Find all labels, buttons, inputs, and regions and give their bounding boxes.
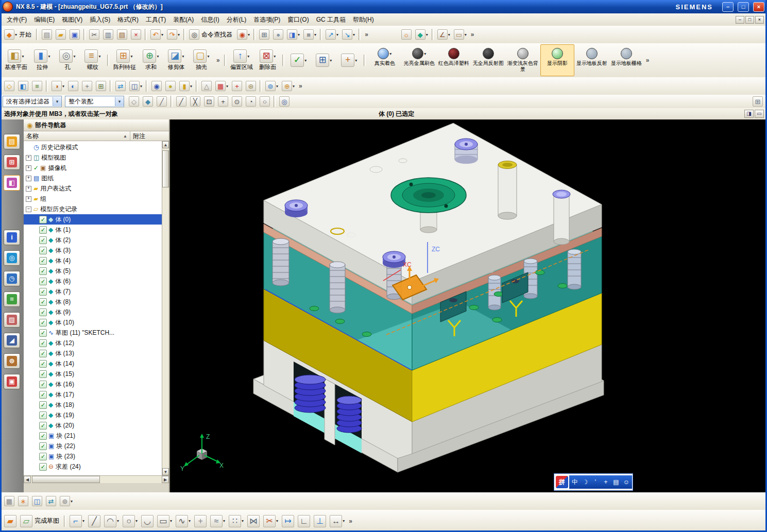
checkbox-checked-icon[interactable]: ✓	[39, 267, 47, 275]
section-view-button[interactable]: ◫▾	[128, 79, 144, 93]
ime-lang-icon[interactable]: 中	[571, 478, 578, 487]
dropdown-arrow-icon[interactable]: ▾	[343, 519, 345, 523]
resource-touch-mode-button[interactable]: ▣	[4, 374, 20, 389]
window-layout-button[interactable]: ⊞	[258, 28, 271, 41]
resource-web-browser-button[interactable]: ◎	[4, 250, 20, 266]
toolbar-overflow-button[interactable]: »	[347, 518, 354, 525]
checkbox-checked-icon[interactable]: ✓	[39, 432, 47, 440]
line-button[interactable]: ╱	[87, 513, 102, 529]
dropdown-arrow-icon[interactable]: ▾	[247, 54, 249, 59]
tree-item[interactable]: ✓◆体 (14)	[24, 358, 162, 369]
chevron-down-icon[interactable]: ▾	[115, 97, 124, 106]
offset-curve-button[interactable]: ≈▾	[209, 513, 227, 529]
show-shadow-button[interactable]: 显示阴影	[540, 44, 574, 76]
true-shading-button[interactable]: ▾真实着色	[368, 44, 402, 76]
maximize-button[interactable]: □	[738, 2, 749, 12]
copy-button[interactable]: ▥	[101, 28, 115, 41]
make-corner-button[interactable]: ∟	[296, 513, 312, 529]
collapse-icon[interactable]: −	[26, 207, 31, 212]
dropdown-arrow-icon[interactable]: ▾	[71, 499, 73, 504]
chevron-down-icon[interactable]: ▾	[53, 97, 61, 106]
tree-item[interactable]: ✓◆体 (17)	[24, 389, 162, 400]
snap-quadrant-button[interactable]: ◔	[244, 95, 258, 108]
resource-part-navigator-button[interactable]: ◧	[4, 175, 20, 191]
checkbox-checked-icon[interactable]: ✓	[39, 216, 47, 224]
resource-roles-button[interactable]: ⊚	[4, 353, 20, 369]
tree-item[interactable]: ◷历史记录模式	[24, 142, 162, 152]
expand-icon[interactable]: +	[26, 196, 31, 202]
minimize-button[interactable]: –	[722, 2, 734, 12]
ime-softkeyboard-icon[interactable]: ▤	[612, 478, 620, 486]
unite-button[interactable]: ⊕▾求和	[139, 45, 163, 76]
analysis-display-button[interactable]: ◆▾	[414, 28, 430, 41]
tree-item[interactable]: ✓◆体 (6)	[24, 276, 162, 286]
toolbar-overflow-button[interactable]: »	[469, 31, 476, 38]
redo-button[interactable]: ↷▾	[165, 28, 181, 41]
studio-spline-button[interactable]: ∿▾	[174, 513, 192, 529]
tree-item[interactable]: ✓◆体 (20)	[24, 420, 162, 431]
dropdown-arrow-icon[interactable]: ▾	[190, 84, 192, 89]
snap-existing-point-button[interactable]: ○	[258, 95, 271, 108]
resource-assembly-navigator-button[interactable]: ▤	[4, 134, 20, 149]
offset-region-button[interactable]: ↑▾偏置区域	[228, 45, 255, 76]
horizontal-scrollbar[interactable]: ◀ ▶	[24, 475, 169, 483]
tree-item[interactable]: ✓◆体 (16)	[24, 379, 162, 389]
dropdown-arrow-icon[interactable]: ▾	[82, 519, 84, 523]
show-hide-button[interactable]: ◐	[66, 79, 80, 93]
mdi-close-button[interactable]: ×	[755, 16, 764, 24]
checkbox-checked-icon[interactable]: ✓	[39, 411, 47, 419]
menu-insert[interactable]: 插入(S)	[86, 14, 114, 25]
red-datum-button[interactable]: ▦▾	[214, 79, 230, 93]
checkbox-checked-icon[interactable]: ✓	[39, 401, 47, 409]
expand-icon[interactable]: +	[26, 165, 31, 171]
datum-plane-button[interactable]: ◧▾基准平面	[3, 45, 29, 76]
dropdown-arrow-icon[interactable]: ▾	[98, 54, 100, 59]
checkbox-checked-icon[interactable]: ✓	[39, 257, 47, 265]
checkbox-checked-icon[interactable]: ✓	[39, 319, 47, 327]
tree-item[interactable]: ✓◆体 (12)	[24, 338, 162, 348]
dimension-button[interactable]: ↔▾	[328, 513, 346, 529]
tree-item[interactable]: ✓◆体 (13)	[24, 348, 162, 358]
dropdown-arrow-icon[interactable]: ▾	[117, 519, 119, 523]
show-view-button[interactable]: ↗▾	[324, 28, 340, 41]
menu-assemblies[interactable]: 装配(A)	[169, 14, 197, 25]
resource-history-button[interactable]: ◷	[4, 271, 20, 286]
close-button[interactable]: ×	[753, 2, 764, 12]
highlight-faces-button[interactable]: ◆	[141, 95, 155, 108]
dropdown-arrow-icon[interactable]: ▾	[448, 32, 450, 37]
graphics-window[interactable]: ZC XC	[170, 119, 767, 492]
gradient-gray-background-button[interactable]: 渐变浅灰色背景	[506, 44, 540, 76]
resource-reuse-library-button[interactable]: ≡	[4, 291, 20, 307]
dropdown-arrow-icon[interactable]: ▾	[157, 54, 159, 59]
ime-punct-icon[interactable]: '	[592, 478, 599, 486]
dropdown-arrow-icon[interactable]: ▾	[355, 58, 357, 63]
show-floor-grid-button[interactable]: 显示地板栅格	[609, 44, 643, 76]
cylinder-tool-button[interactable]: ▮▾	[178, 79, 194, 93]
tree-item[interactable]: ✓◆体 (3)	[24, 245, 162, 255]
geometric-constraints-button[interactable]: ⊥	[312, 513, 328, 529]
dropdown-arrow-icon[interactable]: ▾	[389, 52, 391, 56]
pattern-feature-button[interactable]: ⊞▾阵列特征	[111, 45, 138, 76]
rectangle-button[interactable]: ▭▾	[156, 513, 174, 529]
undo-button[interactable]: ↶▾	[149, 28, 165, 41]
layer-settings-button[interactable]: ≡	[30, 79, 44, 93]
selection-scope-dropdown[interactable]: 整个装配 ▾	[65, 96, 124, 107]
measure-distance-button[interactable]: ▭▾	[452, 28, 468, 41]
dropdown-arrow-icon[interactable]: ▾	[130, 54, 132, 59]
dropdown-arrow-icon[interactable]: ▾	[426, 32, 428, 37]
sphere-tool-button[interactable]: ●	[164, 79, 177, 93]
tree-item[interactable]: +▰用户表达式	[24, 183, 162, 194]
shell-button[interactable]: ▢▾抽壳	[189, 45, 214, 76]
checkbox-checked-icon[interactable]: ✓	[39, 339, 47, 347]
tree-item[interactable]: ✓◆体 (9)	[24, 307, 162, 317]
scrollbar-thumb[interactable]	[32, 476, 100, 483]
background-color-button[interactable]: ■▾	[302, 28, 318, 41]
tree-item[interactable]: ✓◆体 (18)	[24, 400, 162, 410]
tree-item[interactable]: ✓◆体 (10)	[24, 317, 162, 328]
tree-item[interactable]: ✓▣块 (23)	[24, 451, 162, 461]
expand-icon[interactable]: +	[26, 155, 31, 161]
work-grid-button[interactable]: ⊞	[751, 95, 764, 108]
menu-format[interactable]: 格式(R)	[114, 14, 142, 25]
shiny-metal-button[interactable]: ▾光亮金属刷色	[402, 44, 436, 76]
dropdown-arrow-icon[interactable]: ▾	[298, 32, 300, 37]
